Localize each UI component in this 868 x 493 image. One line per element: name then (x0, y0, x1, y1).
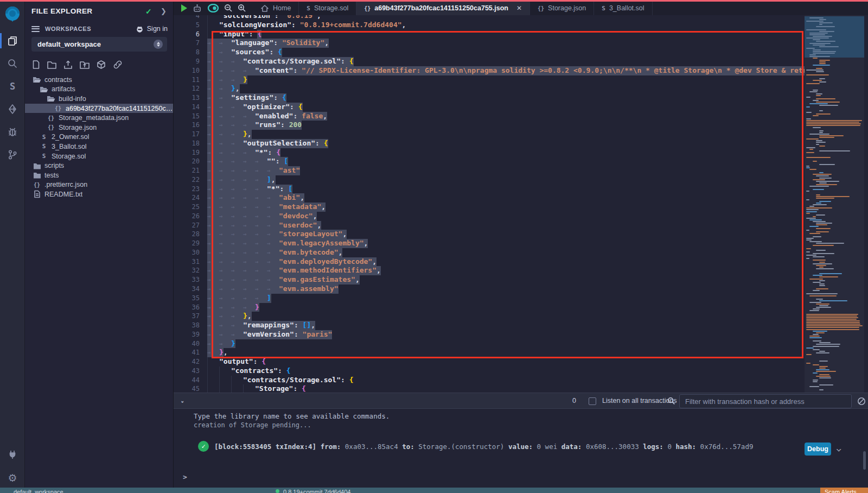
code-line-24[interactable]: 24"abi", (174, 193, 304, 203)
code-line-30[interactable]: 30"evm.bytecode", (174, 248, 342, 257)
code-line-33[interactable]: 33"evm.gasEstimates", (174, 275, 360, 285)
code-line-4[interactable]: 4"solcVersion": "0.8.19", (174, 15, 321, 21)
code-line-5[interactable]: 5"solcLongVersion": "0.8.19+commit.7dd6d… (174, 21, 406, 30)
code-line-28[interactable]: 28"storageLayout", (174, 230, 347, 239)
code-line-25[interactable]: 25"metadata", (174, 203, 326, 212)
remix-logo-icon[interactable] (3, 4, 22, 24)
tree-item-contracts[interactable]: contracts (25, 75, 173, 85)
code-line-41[interactable]: 41}, (174, 348, 228, 357)
ai-assistant-icon[interactable] (192, 4, 202, 13)
code-line-36[interactable]: 36} (174, 303, 259, 312)
folder-plus-icon[interactable] (47, 60, 57, 69)
json-icon: {} (47, 115, 55, 121)
folder-upload-icon[interactable] (79, 60, 90, 69)
code-line-12[interactable]: 12}, (174, 84, 240, 93)
zoom-out-icon[interactable] (224, 4, 233, 12)
code-line-42[interactable]: 42"output": { (174, 357, 266, 366)
tab-a69b43f277ba20fcac141151250ca755-json[interactable]: {}a69b43f277ba20fcac141151250ca755.json✕ (356, 1, 530, 15)
tree-item--prettierrc-json[interactable]: {}.prettierrc.json (25, 180, 173, 190)
tree-item-tests[interactable]: tests (25, 170, 173, 180)
transaction-log[interactable]: [block:5583405 txIndex:4] from: 0xa03...… (214, 443, 787, 451)
collapse-panel-icon[interactable]: ❯ (161, 7, 167, 15)
code-line-14[interactable]: 14"optimizer": { (174, 103, 303, 112)
terminal-scrollbar[interactable] (863, 451, 866, 470)
code-line-23[interactable]: 23"*": [ (174, 185, 292, 194)
cube-icon[interactable] (96, 60, 106, 69)
code-line-7[interactable]: 7"language": "Solidity", (174, 39, 329, 48)
sidebar-item-search[interactable] (0, 54, 25, 73)
sidebar-item-git[interactable] (0, 146, 25, 164)
github-sign-in-button[interactable]: Sign in (136, 25, 168, 33)
tab-3-ballot-sol[interactable]: S3_Ballot.sol (594, 1, 652, 15)
workspace-select[interactable]: default_workspace (31, 37, 167, 52)
code-line-39[interactable]: 39"evmVersion": "paris" (174, 330, 332, 339)
toggle-icon[interactable] (207, 4, 219, 12)
code-line-37[interactable]: 37}, (174, 312, 252, 321)
tree-item-storage-metadata-json[interactable]: {}Storage_metadata.json (25, 113, 173, 123)
expand-transaction-icon[interactable]: ⌄ (835, 444, 842, 452)
code-line-11[interactable]: 11} (174, 75, 247, 85)
code-line-34[interactable]: 34"evm.assembly" (174, 285, 339, 294)
code-line-13[interactable]: 13"settings": { (174, 93, 286, 103)
code-line-40[interactable]: 40} (174, 339, 235, 349)
tree-item-artifacts[interactable]: artifacts (25, 85, 173, 94)
code-line-8[interactable]: 8"sources": { (174, 48, 282, 57)
code-line-21[interactable]: 21"ast" (174, 166, 300, 175)
tab-storage-json[interactable]: {}Storage.json (530, 1, 594, 15)
statusbar-workspace[interactable]: default_workspace (14, 489, 63, 493)
code-line-10[interactable]: 10"content": "// SPDX-License-Identifier… (174, 66, 805, 75)
listen-all-checkbox[interactable] (589, 397, 596, 405)
code-line-31[interactable]: 31"evm.deployedBytecode", (174, 257, 376, 267)
link-icon[interactable] (112, 60, 123, 69)
upload-icon[interactable] (63, 60, 73, 69)
code-line-26[interactable]: 26"devdoc", (174, 212, 317, 221)
zoom-in-icon[interactable] (238, 4, 246, 12)
code-line-45[interactable]: 45"Storage": { (174, 384, 306, 393)
scam-alerts-badge[interactable]: Scam Alerts (820, 488, 868, 493)
tree-item-readme-txt[interactable]: README.txt (25, 189, 173, 199)
tree-item-storage-json[interactable]: {}Storage.json (25, 123, 173, 132)
tree-item-scripts[interactable]: scripts (25, 161, 173, 170)
code-line-29[interactable]: 29"evm.legacyAssembly", (174, 239, 368, 248)
minimap[interactable] (805, 15, 864, 393)
code-line-18[interactable]: 18"outputSelection": { (174, 139, 328, 148)
sidebar-item-file-explorer[interactable] (0, 31, 25, 50)
tree-item-build-info[interactable]: build-info (25, 94, 173, 104)
code-line-19[interactable]: 19"*": { (174, 148, 280, 157)
code-line-32[interactable]: 32"evm.methodIdentifiers", (174, 266, 381, 275)
sidebar-item-solidity-compiler[interactable]: S (0, 77, 25, 96)
run-script-icon[interactable] (181, 4, 187, 12)
terminal-prompt[interactable]: > (183, 473, 187, 481)
code-line-22[interactable]: 22], (174, 175, 276, 185)
debug-button[interactable]: Debug (805, 443, 831, 456)
code-line-38[interactable]: 38"remappings": [], (174, 321, 315, 330)
sidebar-item-deploy-and-run[interactable] (0, 100, 25, 118)
tree-item-2-owner-sol[interactable]: S2_Owner.sol (25, 132, 173, 142)
code-editor[interactable]: 4"solcVersion": "0.8.19",5"solcLongVersi… (174, 15, 868, 393)
code-line-9[interactable]: 9"contracts/Storage.sol": { (174, 57, 354, 66)
sidebar-item-plugin-manager[interactable] (0, 445, 25, 464)
terminal[interactable]: Type the library name to see available c… (174, 409, 868, 488)
file-plus-icon[interactable] (31, 60, 41, 69)
tab-home[interactable]: Home (253, 1, 299, 15)
code-line-15[interactable]: 15"enabled": false, (174, 112, 327, 121)
tab-storage-sol[interactable]: SStorage.sol (299, 1, 356, 15)
workspace-menu-icon[interactable] (31, 24, 40, 33)
collapse-terminal-icon[interactable]: ⌄⌄ (180, 399, 184, 402)
tree-item-3-ballot-sol[interactable]: S3_Ballot.sol (25, 142, 173, 151)
code-line-44[interactable]: 44"contracts/Storage.sol": { (174, 376, 354, 385)
code-line-43[interactable]: 43"contracts": { (174, 366, 291, 376)
clear-console-icon[interactable] (857, 397, 866, 408)
tree-item-storage-sol[interactable]: SStorage.sol (25, 151, 173, 161)
tree-item-a69b43f277ba20fcac141151250ca7-[interactable]: {}a69b43f277ba20fcac141151250ca7... (25, 104, 173, 113)
code-line-35[interactable]: 35] (174, 294, 271, 303)
code-line-16[interactable]: 16"runs": 200 (174, 121, 302, 130)
sidebar-item-settings[interactable]: ⚙ (0, 469, 25, 487)
code-line-6[interactable]: 6"input": { (174, 30, 261, 39)
transaction-filter-input[interactable] (679, 394, 852, 408)
sidebar-item-debugger[interactable] (0, 123, 25, 141)
code-line-17[interactable]: 17}, (174, 130, 252, 139)
code-line-27[interactable]: 27"userdoc", (174, 221, 321, 230)
code-line-20[interactable]: 20"": [ (174, 157, 288, 166)
close-tab-icon[interactable]: ✕ (516, 4, 522, 12)
